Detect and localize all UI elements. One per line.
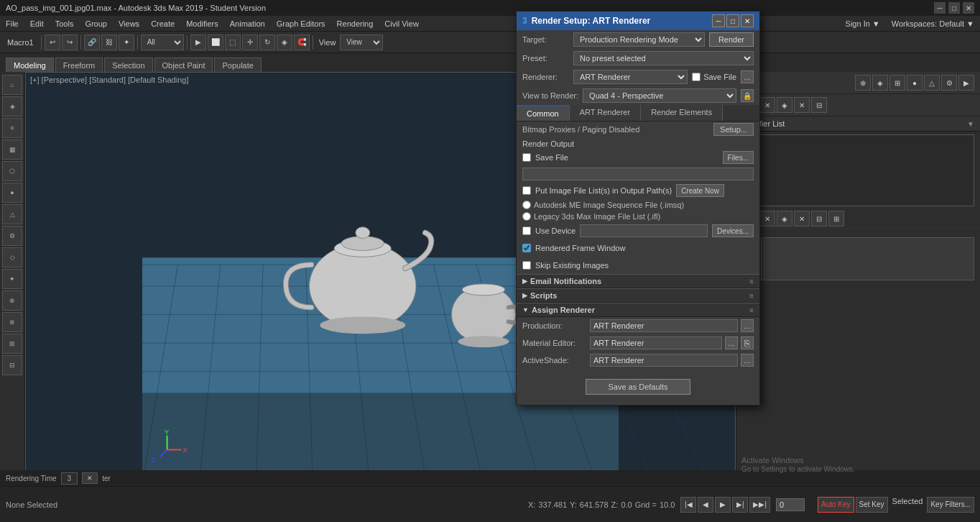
bind-btn[interactable]: ✦ — [119, 35, 134, 50]
put-image-checkbox[interactable] — [522, 186, 531, 195]
play-btn[interactable]: ▶ — [715, 497, 731, 513]
rp-row2-btn2[interactable]: ✕ — [759, 97, 775, 113]
sidebar-icon-7[interactable]: △ — [2, 204, 22, 224]
scripts-section-header[interactable]: ▶ Scripts ≡ — [517, 288, 759, 303]
sidebar-icon-9[interactable]: ◇ — [2, 247, 22, 267]
menu-graph-editors[interactable]: Graph Editors — [271, 16, 331, 31]
mod-btn5[interactable]: ⊟ — [811, 211, 827, 226]
sidebar-icon-6[interactable]: ● — [2, 183, 22, 203]
tab-populate[interactable]: Populate — [214, 58, 261, 72]
set-key-btn[interactable]: Set Key — [856, 497, 888, 513]
save-file-checkbox2[interactable] — [522, 153, 531, 162]
tab-freeform[interactable]: Freeform — [55, 58, 103, 72]
rp-btn2[interactable]: ◈ — [872, 75, 888, 91]
sidebar-icon-5[interactable]: ⬡ — [2, 161, 22, 181]
create-now-btn[interactable]: Create Now — [676, 184, 724, 197]
select-btn[interactable]: ▶ — [190, 35, 206, 50]
menu-rendering[interactable]: Rendering — [331, 16, 379, 31]
material-copy-btn[interactable]: ⎘ — [741, 336, 754, 349]
radio-autodesk-btn[interactable] — [522, 201, 531, 209]
rp-arrow[interactable]: ▶ — [958, 75, 974, 91]
rp-btn1[interactable]: ⊕ — [855, 75, 871, 91]
render-button[interactable]: Render — [709, 32, 754, 47]
menu-sign-in[interactable]: Sign In ▼ — [840, 16, 886, 31]
skip-existing-checkbox[interactable] — [522, 261, 531, 270]
sidebar-icon-4[interactable]: ▦ — [2, 139, 22, 160]
menu-group[interactable]: Group — [79, 16, 113, 31]
dialog-restore[interactable]: □ — [726, 14, 739, 27]
menu-civil-view[interactable]: Civil View — [379, 16, 424, 31]
close-btn[interactable]: ✕ — [963, 2, 974, 14]
file-path-input[interactable] — [522, 168, 754, 180]
tab-common[interactable]: Common — [517, 105, 570, 121]
renderer-select[interactable]: ART Renderer — [573, 70, 688, 84]
rp-row2-btn3[interactable]: ◈ — [777, 97, 792, 113]
tab-object-paint[interactable]: Object Paint — [154, 58, 213, 72]
maximize-btn[interactable]: □ — [948, 2, 960, 14]
dialog-close[interactable]: ✕ — [741, 14, 754, 27]
save-file-checkbox[interactable] — [692, 73, 701, 81]
sidebar-icon-11[interactable]: ⊕ — [2, 290, 22, 311]
tab-modeling[interactable]: Modeling — [6, 58, 54, 72]
unlink-btn[interactable]: ⛓ — [101, 35, 117, 50]
radio-legacy-btn[interactable] — [522, 212, 531, 221]
select-region-btn[interactable]: ⬜ — [208, 35, 223, 50]
close-taskbar-btn[interactable]: ✕ — [82, 472, 98, 484]
menu-edit[interactable]: Edit — [24, 16, 50, 31]
device-input[interactable] — [580, 224, 708, 237]
menu-workspaces[interactable]: Workspaces: Default ▼ — [886, 16, 980, 31]
devices-btn[interactable]: Devices... — [712, 224, 754, 237]
production-input[interactable] — [590, 319, 738, 332]
sidebar-icon-2[interactable]: ◈ — [2, 96, 22, 116]
sidebar-icon-13[interactable]: ⊞ — [2, 334, 22, 354]
rp-btn6[interactable]: ⚙ — [941, 75, 957, 91]
renderer-more-btn[interactable]: … — [741, 70, 754, 83]
minimize-btn[interactable]: ─ — [934, 2, 946, 14]
material-editor-input[interactable] — [590, 336, 722, 349]
tab-art-renderer[interactable]: ART Renderer — [570, 105, 642, 121]
production-more-btn[interactable]: … — [741, 319, 754, 332]
files-btn[interactable]: Files... — [723, 151, 754, 164]
snap-btn[interactable]: 🧲 — [294, 35, 310, 50]
sidebar-icon-3[interactable]: ≡ — [2, 118, 22, 138]
target-select[interactable]: Production Rendering Mode — [573, 32, 705, 47]
rp-btn3[interactable]: ⊞ — [889, 75, 905, 91]
rp-row2-btn5[interactable]: ⊟ — [811, 97, 827, 113]
save-defaults-btn[interactable]: Save as Defaults — [586, 379, 690, 395]
auto-key-btn[interactable]: Auto Key — [818, 497, 854, 513]
tab-selection[interactable]: Selection — [104, 58, 152, 72]
mod-btn3[interactable]: ◈ — [777, 211, 792, 226]
scale-btn[interactable]: ◈ — [277, 35, 292, 50]
filter-select[interactable]: All — [141, 35, 184, 50]
mod-btn6[interactable]: ⊞ — [828, 211, 844, 226]
sidebar-icon-8[interactable]: ⚙ — [2, 226, 22, 246]
key-filters-btn[interactable]: Key Filters... — [927, 497, 974, 513]
rp-row2-btn4[interactable]: ✕ — [794, 97, 810, 113]
move-btn[interactable]: ✛ — [242, 35, 258, 50]
view-to-render-select[interactable]: Quad 4 - Perspective — [583, 88, 736, 103]
undo-btn[interactable]: ↩ — [45, 35, 60, 50]
use-device-checkbox[interactable] — [522, 226, 531, 235]
email-section-header[interactable]: ▶ Email Notifications ≡ — [517, 274, 759, 288]
link-btn[interactable]: 🔗 — [84, 35, 100, 50]
sidebar-icon-1[interactable]: ⌂ — [2, 75, 22, 95]
mod-btn2[interactable]: ✕ — [759, 211, 775, 226]
dialog-minimize[interactable]: ─ — [712, 14, 725, 27]
rotate-btn[interactable]: ↻ — [259, 35, 275, 50]
tab-render-elements[interactable]: Render Elements — [641, 105, 723, 121]
next-frame-btn[interactable]: ▶▶| — [749, 497, 770, 513]
assign-renderer-header[interactable]: ▼ Assign Renderer ≡ — [517, 303, 759, 317]
activeshade-input[interactable] — [590, 354, 738, 367]
prev-frame-btn[interactable]: |◀ — [680, 497, 696, 513]
rp-btn4[interactable]: ● — [907, 75, 923, 91]
select-region2-btn[interactable]: ⬚ — [225, 35, 241, 50]
rendered-frame-checkbox[interactable] — [522, 244, 531, 252]
frame-input[interactable] — [776, 498, 805, 511]
rp-btn5[interactable]: △ — [924, 75, 940, 91]
menu-create[interactable]: Create — [145, 16, 180, 31]
sidebar-icon-14[interactable]: ⊟ — [2, 355, 22, 375]
menu-views[interactable]: Views — [113, 16, 145, 31]
view-select[interactable]: View — [340, 35, 383, 50]
mod-btn4[interactable]: ✕ — [794, 211, 810, 226]
sidebar-icon-10[interactable]: ✦ — [2, 269, 22, 289]
